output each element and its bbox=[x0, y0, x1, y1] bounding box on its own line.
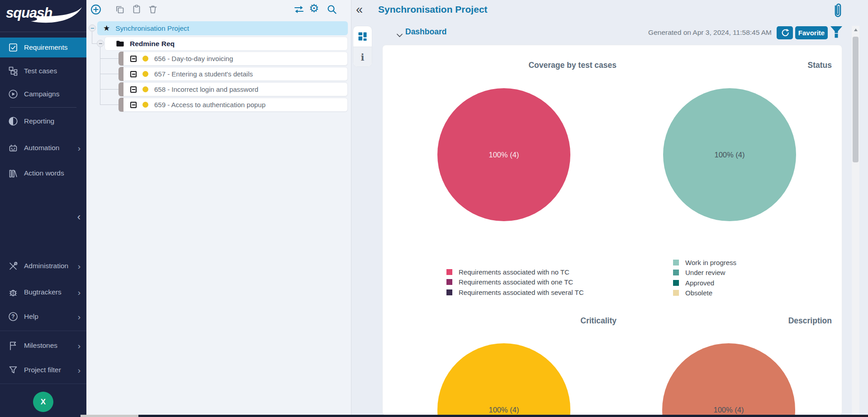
chevron-right-icon: › bbox=[78, 341, 81, 350]
page-title: Synchronisation Project bbox=[378, 4, 488, 15]
add-button[interactable] bbox=[90, 4, 101, 15]
collapse-node-button[interactable] bbox=[89, 24, 96, 32]
sync-columns-icon[interactable] bbox=[293, 4, 305, 15]
scrollbar-thumb[interactable] bbox=[853, 37, 859, 162]
tree-node-label: Redmine Req bbox=[130, 40, 175, 48]
tree-connector bbox=[92, 32, 92, 43]
legend-item: Requirements associated with no TC bbox=[446, 267, 584, 277]
sidebar-item-administration[interactable]: Administration › bbox=[0, 256, 86, 276]
svg-text:?: ? bbox=[11, 313, 14, 320]
coverage-pie-chart[interactable]: 100% (4) bbox=[437, 88, 570, 221]
legend-label: Obsolete bbox=[685, 289, 712, 297]
sidebar: squash Requirements Test cases Campaigns bbox=[0, 0, 86, 417]
horizontal-scrollbar-track bbox=[138, 415, 868, 417]
legend-label: Work in progress bbox=[685, 259, 736, 266]
tab-dashboard[interactable] bbox=[353, 26, 372, 47]
squash-logo[interactable]: squash bbox=[4, 3, 83, 24]
sidebar-item-action-words[interactable]: Action words bbox=[0, 163, 86, 183]
flag-icon bbox=[8, 341, 18, 351]
tree-node-label: 658 - Incorrect login and password bbox=[154, 85, 258, 93]
sidebar-item-label: Bugtrackers bbox=[24, 288, 62, 296]
tree-connector bbox=[92, 43, 97, 44]
dashboard-section-title[interactable]: Dashboard bbox=[405, 27, 446, 37]
sidebar-item-requirements[interactable]: Requirements bbox=[0, 38, 86, 57]
sidebar-item-automation[interactable]: Automation › bbox=[0, 138, 86, 158]
user-avatar[interactable]: X bbox=[33, 392, 53, 412]
settings-gear-icon[interactable]: ⚙ bbox=[309, 3, 319, 14]
chevron-right-icon: › bbox=[78, 366, 81, 374]
sidebar-item-test-cases[interactable]: Test cases bbox=[0, 61, 86, 81]
sidebar-item-help[interactable]: ? Help › bbox=[0, 307, 86, 327]
synchronized-requirement-icon bbox=[130, 86, 137, 93]
requirements-tree-panel: ⚙ ★ Synchronisation Project Redmine Req bbox=[86, 0, 351, 417]
pie-center-label: 100% (4) bbox=[714, 406, 744, 414]
criticality-pie-chart[interactable]: 100% (4) bbox=[437, 343, 570, 416]
checkbox-icon bbox=[8, 43, 18, 52]
delete-icon[interactable] bbox=[148, 4, 158, 14]
status-pie-chart[interactable]: 100% (4) bbox=[663, 88, 796, 221]
collapse-panel-button[interactable]: « bbox=[356, 4, 363, 16]
legend-swatch bbox=[673, 270, 679, 275]
horizontal-scrollbar-thumb[interactable] bbox=[81, 415, 138, 417]
app-window: squash Requirements Test cases Campaigns bbox=[0, 0, 868, 417]
tree-connector bbox=[100, 104, 119, 105]
description-pie-chart[interactable]: 100% (4) bbox=[662, 343, 795, 416]
drag-handle[interactable] bbox=[119, 67, 123, 81]
synchronized-requirement-icon bbox=[130, 56, 137, 62]
sidebar-item-label: Help bbox=[24, 313, 38, 321]
sidebar-item-bugtrackers[interactable]: Bugtrackers › bbox=[0, 282, 86, 302]
copy-icon[interactable] bbox=[115, 5, 125, 14]
legend-swatch bbox=[446, 289, 452, 295]
sidebar-item-label: Requirements bbox=[24, 43, 68, 52]
sidebar-item-label: Action words bbox=[24, 169, 64, 177]
drag-handle[interactable] bbox=[119, 82, 123, 96]
sidebar-item-project-filter[interactable]: Project filter › bbox=[0, 360, 86, 380]
tools-icon bbox=[8, 261, 18, 271]
tree-node-label: 659 - Access to authentication popup bbox=[154, 101, 266, 109]
synchronized-requirement-icon bbox=[130, 102, 137, 108]
divider bbox=[10, 107, 76, 108]
tree-node-requirement[interactable]: 657 - Entering a student's details bbox=[119, 67, 348, 81]
tree-node-folder[interactable]: Redmine Req bbox=[104, 37, 348, 51]
paste-icon[interactable] bbox=[132, 4, 142, 14]
tree-node-requirement[interactable]: 659 - Access to authentication popup bbox=[119, 98, 348, 112]
refresh-button[interactable] bbox=[777, 26, 793, 39]
chart-title-coverage: Coverage by test cases bbox=[383, 61, 617, 71]
sidebar-item-reporting[interactable]: Reporting bbox=[0, 111, 86, 131]
tree-node-project[interactable]: ★ Synchronisation Project bbox=[97, 21, 348, 35]
favorite-button[interactable]: Favorite bbox=[795, 26, 828, 39]
divider bbox=[0, 384, 86, 384]
sidebar-item-milestones[interactable]: Milestones › bbox=[0, 336, 86, 355]
drag-handle[interactable] bbox=[119, 52, 123, 66]
status-legend: Work in progress Under review Approved O… bbox=[673, 257, 736, 298]
legend-label: Approved bbox=[685, 279, 714, 287]
project-detail-panel: « Synchronisation Project i Dashboard Ge… bbox=[351, 0, 868, 417]
tree-node-label: Synchronisation Project bbox=[115, 24, 189, 33]
tree-node-requirement[interactable]: 658 - Incorrect login and password bbox=[119, 82, 348, 96]
criticality-dot-icon bbox=[142, 71, 148, 77]
sidebar-item-label: Automation bbox=[24, 144, 59, 152]
scroll-up-arrow-icon[interactable] bbox=[854, 28, 858, 31]
attachments-paperclip-icon[interactable] bbox=[832, 2, 844, 22]
tab-information[interactable]: i bbox=[353, 47, 372, 67]
chart-title-description: Description bbox=[617, 316, 832, 327]
search-icon[interactable] bbox=[327, 4, 337, 15]
star-icon: ★ bbox=[103, 24, 110, 32]
sidebar-collapse-icon[interactable]: ‹ bbox=[77, 211, 81, 223]
tree-node-requirement[interactable]: 656 - Day-to-day invoicing bbox=[119, 52, 348, 66]
drag-handle[interactable] bbox=[119, 98, 123, 112]
divider bbox=[0, 32, 86, 32]
legend-label: Requirements associated with one TC bbox=[459, 278, 573, 286]
sidebar-item-label: Campaigns bbox=[24, 90, 59, 98]
sidebar-item-campaigns[interactable]: Campaigns bbox=[0, 84, 86, 104]
robot-icon bbox=[8, 143, 18, 153]
filter-funnel-icon[interactable] bbox=[830, 26, 843, 41]
chevron-down-icon[interactable] bbox=[397, 31, 403, 39]
vertical-scrollbar[interactable] bbox=[852, 26, 859, 415]
collapse-node-button[interactable] bbox=[97, 40, 104, 47]
sidebar-item-label: Administration bbox=[24, 262, 68, 270]
pie-chart-icon bbox=[8, 116, 18, 126]
chart-title-criticality: Criticality bbox=[383, 316, 617, 327]
tree-connector bbox=[100, 58, 119, 59]
panel-tabstrip: i bbox=[353, 26, 372, 67]
